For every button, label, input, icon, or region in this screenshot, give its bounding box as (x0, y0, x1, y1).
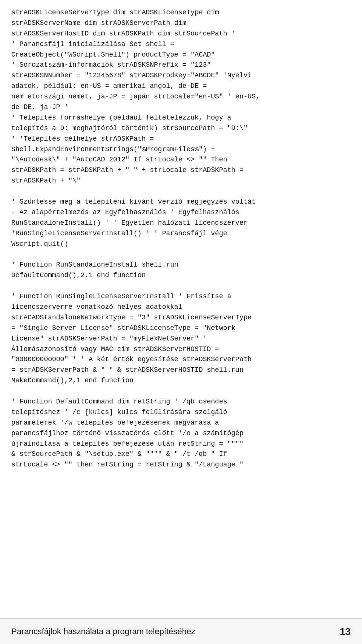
code-block: strADSKLicenseServerType dim strADSKLice… (11, 8, 351, 470)
footer-title: Parancsfájlok használata a program telep… (11, 627, 195, 636)
footer: Parancsfájlok használata a program telep… (0, 618, 362, 644)
main-content: strADSKLicenseServerType dim strADSKLice… (0, 0, 362, 500)
footer-page-number: 13 (340, 626, 351, 638)
